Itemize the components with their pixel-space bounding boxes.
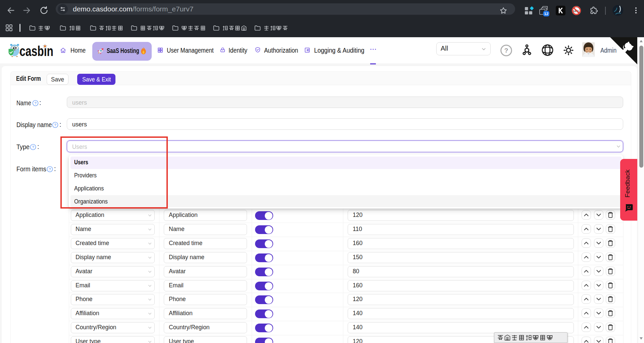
svg-text:12: 12 xyxy=(544,12,548,16)
svg-text:?: ? xyxy=(34,101,36,105)
svg-text:?: ? xyxy=(504,47,508,54)
svg-text:?: ? xyxy=(32,145,34,149)
svg-text:?: ? xyxy=(54,123,56,127)
svg-text:?: ? xyxy=(49,167,51,171)
